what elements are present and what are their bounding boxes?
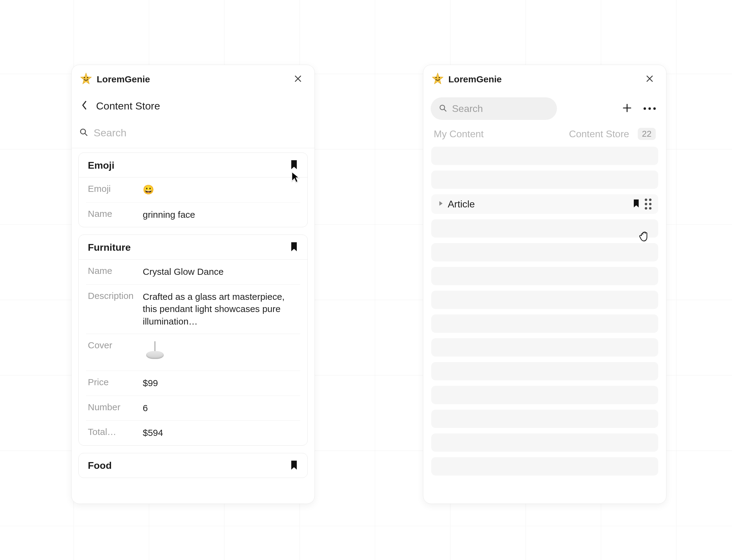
card-title: Furniture (88, 242, 131, 253)
row-emoji: Emoji 😀 (86, 178, 300, 203)
row-label: Description (88, 291, 143, 301)
card-furniture[interactable]: Furniture Name Crystal Glow Dance Descri… (78, 235, 308, 446)
content-store-count-badge: 22 (638, 128, 656, 140)
list-item-article[interactable]: Article (431, 194, 658, 214)
row-value: $99 (143, 377, 298, 389)
breadcrumb-title: Content Store (96, 100, 160, 112)
svg-point-4 (439, 77, 440, 78)
logo: LoremGenie (80, 72, 150, 86)
row-label: Price (88, 377, 143, 387)
close-icon (293, 74, 303, 84)
row-name: Name grinning face (86, 203, 300, 227)
toolbar (423, 93, 666, 127)
close-button[interactable] (290, 71, 306, 87)
list-item-skeleton (431, 457, 658, 476)
caret-right-icon (438, 201, 448, 207)
breadcrumb-row: Content Store (72, 93, 314, 122)
row-value: Crafted as a glass art masterpiece, this… (143, 291, 298, 328)
row-label: Total… (88, 427, 143, 437)
row-number: Number 6 (86, 396, 300, 421)
row-label: Cover (88, 340, 143, 350)
svg-point-0 (84, 77, 85, 78)
card-header: Food (79, 453, 307, 478)
card-body: Emoji 😀 Name grinning face (79, 178, 307, 227)
card-food[interactable]: Food (78, 453, 308, 478)
list-item-skeleton (431, 433, 658, 452)
search-icon (439, 104, 447, 113)
content-store-panel: LoremGenie Content Store Emoji (71, 65, 315, 504)
row-label: Name (88, 209, 143, 219)
search-input[interactable] (452, 103, 574, 114)
row-cover: Cover (86, 334, 300, 371)
ellipsis-icon (644, 107, 656, 110)
row-total: Total… $594 (86, 421, 300, 445)
close-icon (645, 74, 654, 84)
logo: LoremGenie (431, 72, 502, 86)
search-pill[interactable] (431, 97, 557, 120)
svg-point-1 (87, 77, 88, 78)
list-item-skeleton (431, 291, 658, 309)
bookmark-icon[interactable] (633, 199, 640, 209)
star-icon (80, 72, 92, 86)
row-price: Price $99 (86, 371, 300, 396)
row-value: Crystal Glow Dance (143, 266, 298, 278)
card-header: Furniture (79, 235, 307, 260)
list-item-skeleton (431, 314, 658, 333)
card-list: Emoji Emoji 😀 Name grinning face Furnitu… (72, 148, 314, 504)
tabs-row: My Content Content Store 22 (423, 127, 666, 147)
search-input[interactable] (94, 127, 306, 139)
my-content-panel: LoremGenie My Content (423, 65, 666, 504)
search-row (72, 122, 314, 148)
product-name: LoremGenie (97, 74, 150, 84)
bookmark-icon[interactable] (290, 242, 298, 253)
row-value: 😀 (143, 184, 298, 196)
row-value: grinning face (143, 209, 298, 221)
content-list: Article (423, 147, 666, 504)
bookmark-icon[interactable] (290, 160, 298, 171)
plus-icon (622, 103, 632, 114)
back-button[interactable] (78, 100, 91, 112)
row-name: Name Crystal Glow Dance (86, 260, 300, 285)
list-item-skeleton (431, 147, 658, 165)
list-item-skeleton (431, 219, 658, 238)
titlebar: LoremGenie (72, 65, 314, 93)
chevron-left-icon (81, 100, 88, 112)
row-description: Description Crafted as a glass art maste… (86, 285, 300, 334)
star-icon (431, 72, 444, 86)
card-title: Food (88, 460, 112, 471)
list-item-skeleton (431, 410, 658, 428)
add-button[interactable] (619, 101, 635, 117)
card-emoji[interactable]: Emoji Emoji 😀 Name grinning face (78, 153, 308, 227)
search-icon (79, 127, 88, 138)
list-item-skeleton (431, 171, 658, 189)
svg-point-3 (436, 77, 437, 78)
close-button[interactable] (642, 71, 658, 87)
product-name: LoremGenie (448, 74, 502, 84)
row-label: Number (88, 402, 143, 412)
row-value: 6 (143, 402, 298, 415)
list-item-skeleton (431, 338, 658, 357)
list-item-label: Article (448, 199, 475, 210)
tab-my-content[interactable]: My Content (434, 128, 484, 140)
titlebar: LoremGenie (423, 65, 666, 93)
row-value (143, 340, 298, 364)
card-title: Emoji (88, 160, 114, 171)
row-value: $594 (143, 427, 298, 439)
drag-handle[interactable] (645, 199, 651, 210)
list-item-skeleton (431, 267, 658, 285)
more-button[interactable] (642, 101, 658, 117)
row-label: Emoji (88, 184, 143, 194)
tab-content-store[interactable]: Content Store (569, 128, 629, 140)
list-item-skeleton (431, 243, 658, 261)
card-header: Emoji (79, 153, 307, 178)
row-label: Name (88, 266, 143, 276)
list-item-skeleton (431, 386, 658, 404)
list-item-skeleton (431, 362, 658, 380)
card-body: Name Crystal Glow Dance Description Craf… (79, 260, 307, 445)
pendant-light-icon (143, 340, 167, 364)
bookmark-icon[interactable] (290, 460, 298, 472)
